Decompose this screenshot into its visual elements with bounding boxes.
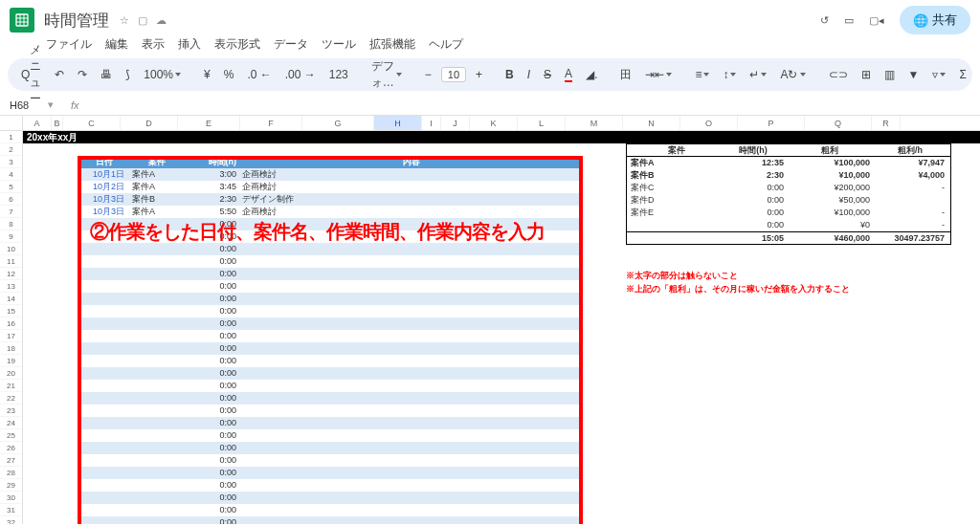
- table-row[interactable]: 0:00: [78, 454, 583, 467]
- cell-time[interactable]: 0:00: [183, 467, 240, 479]
- table-row[interactable]: 0:00: [78, 492, 583, 504]
- cell-content[interactable]: [240, 305, 583, 317]
- font-select[interactable]: デフォ…: [368, 58, 406, 91]
- row-header-5[interactable]: 5: [0, 181, 22, 193]
- table-row[interactable]: 0:00: [78, 330, 583, 342]
- table-row[interactable]: 0:00: [78, 504, 583, 516]
- column-header-D[interactable]: D: [121, 116, 178, 130]
- comment-icon[interactable]: ▭: [844, 14, 854, 27]
- menu-edit[interactable]: 編集: [105, 36, 128, 53]
- sum-cell-name[interactable]: 案件D: [627, 194, 723, 207]
- table-row[interactable]: 10月3日案件B2:30デザイン制作: [78, 193, 583, 206]
- row-header-17[interactable]: 17: [0, 330, 22, 342]
- valign-button[interactable]: ↕: [719, 68, 740, 81]
- document-title[interactable]: 時間管理: [44, 10, 109, 32]
- cell-content[interactable]: [240, 429, 583, 442]
- cell-date[interactable]: 10月3日: [78, 206, 130, 218]
- column-header-I[interactable]: I: [422, 116, 441, 130]
- row-header-30[interactable]: 30: [0, 492, 22, 504]
- rotate-button[interactable]: A↻: [776, 68, 809, 81]
- cell-time[interactable]: 0:00: [183, 504, 240, 516]
- menu-tools[interactable]: ツール: [322, 36, 356, 53]
- cell-project[interactable]: [130, 429, 183, 442]
- column-header-G[interactable]: G: [302, 116, 374, 130]
- cell-project[interactable]: [130, 342, 183, 355]
- cell-content[interactable]: [240, 255, 583, 268]
- cell-content[interactable]: [240, 442, 583, 454]
- row-header-11[interactable]: 11: [0, 255, 22, 268]
- cell-time[interactable]: 0:00: [183, 268, 240, 280]
- zoom-select[interactable]: 100%: [140, 68, 185, 81]
- row-header-22[interactable]: 22: [0, 392, 22, 405]
- cell-date[interactable]: [78, 479, 130, 492]
- cell-time[interactable]: 3:00: [183, 168, 240, 181]
- print-button[interactable]: 🖶: [97, 68, 116, 81]
- insert-chart-button[interactable]: ▥: [880, 68, 899, 81]
- row-header-10[interactable]: 10: [0, 243, 22, 255]
- menu-help[interactable]: ヘルプ: [429, 36, 463, 53]
- table-row[interactable]: 10月3日案件A5:50企画検討: [78, 206, 583, 218]
- menu-extensions[interactable]: 拡張機能: [369, 36, 415, 53]
- table-row[interactable]: 0:00: [78, 255, 583, 268]
- cell-content[interactable]: [240, 454, 583, 467]
- cell-project[interactable]: [130, 317, 183, 330]
- cell-content[interactable]: 企画検討: [240, 206, 583, 218]
- paint-format-button[interactable]: ⟆: [122, 68, 134, 81]
- cell-time[interactable]: 0:00: [183, 392, 240, 405]
- sum-cell-ph[interactable]: -: [876, 219, 950, 231]
- filter-views-button[interactable]: ▿: [928, 68, 949, 81]
- cell-content[interactable]: [240, 367, 583, 380]
- row-header-8[interactable]: 8: [0, 218, 22, 230]
- sum-cell-ph[interactable]: ¥4,000: [876, 169, 950, 182]
- row-header-25[interactable]: 25: [0, 429, 22, 442]
- undo-button[interactable]: ↶: [51, 68, 68, 81]
- row-header-1[interactable]: 1: [0, 131, 22, 143]
- strike-button[interactable]: S: [540, 68, 555, 81]
- row-header-23[interactable]: 23: [0, 405, 22, 417]
- summary-row[interactable]: 案件A12:35¥100,000¥7,947: [627, 157, 950, 169]
- dec-decrease-button[interactable]: .0 ←: [243, 68, 275, 81]
- row-header-29[interactable]: 29: [0, 479, 22, 492]
- spreadsheet-grid[interactable]: ABCDEFGHIJKLMNOPQR 123456789101112131415…: [0, 116, 980, 524]
- cell-time[interactable]: 0:00: [183, 355, 240, 367]
- cell-date[interactable]: [78, 280, 130, 293]
- cell-time[interactable]: 5:50: [183, 206, 240, 218]
- sum-cell-profit[interactable]: ¥100,000: [790, 157, 876, 169]
- cell-time[interactable]: 0:00: [183, 330, 240, 342]
- cell-time[interactable]: 0:00: [183, 380, 240, 392]
- table-row[interactable]: 0:00: [78, 280, 583, 293]
- cell-time[interactable]: 0:00: [183, 293, 240, 305]
- fontsize-dec[interactable]: −: [421, 68, 435, 81]
- column-header-J[interactable]: J: [441, 116, 470, 130]
- menu-format[interactable]: 表示形式: [214, 36, 260, 53]
- merge-button[interactable]: ⇥⇤: [641, 68, 676, 81]
- cell-date[interactable]: [78, 516, 130, 524]
- sum-cell-time[interactable]: 0:00: [723, 194, 790, 207]
- summary-row[interactable]: 案件B2:30¥10,000¥4,000: [627, 169, 950, 182]
- table-row[interactable]: 10月2日案件A3:45企画検討: [78, 181, 583, 193]
- italic-button[interactable]: I: [523, 68, 534, 81]
- summary-row[interactable]: 案件E0:00¥100,000-: [627, 207, 950, 219]
- cell-time[interactable]: 0:00: [183, 454, 240, 467]
- cell-content[interactable]: 企画検討: [240, 168, 583, 181]
- cell-date[interactable]: [78, 380, 130, 392]
- cell-date[interactable]: [78, 355, 130, 367]
- row-header-24[interactable]: 24: [0, 417, 22, 429]
- cell-content[interactable]: [240, 405, 583, 417]
- cell-content[interactable]: [240, 293, 583, 305]
- cell-project[interactable]: [130, 305, 183, 317]
- row-header-15[interactable]: 15: [0, 305, 22, 317]
- row-header-32[interactable]: 32: [0, 516, 22, 524]
- cell-content[interactable]: デザイン制作: [240, 193, 583, 206]
- sum-cell-profit[interactable]: ¥0: [790, 219, 876, 231]
- row-header-14[interactable]: 14: [0, 293, 22, 305]
- column-header-L[interactable]: L: [518, 116, 566, 130]
- cell-time[interactable]: 0:00: [183, 492, 240, 504]
- cell-date[interactable]: [78, 268, 130, 280]
- cell-time[interactable]: 0:00: [183, 305, 240, 317]
- row-header-26[interactable]: 26: [0, 442, 22, 454]
- summary-row[interactable]: 0:00¥0-: [627, 219, 950, 231]
- table-row[interactable]: 0:00: [78, 429, 583, 442]
- table-row[interactable]: 0:00: [78, 392, 583, 405]
- cell-time[interactable]: 0:00: [183, 516, 240, 524]
